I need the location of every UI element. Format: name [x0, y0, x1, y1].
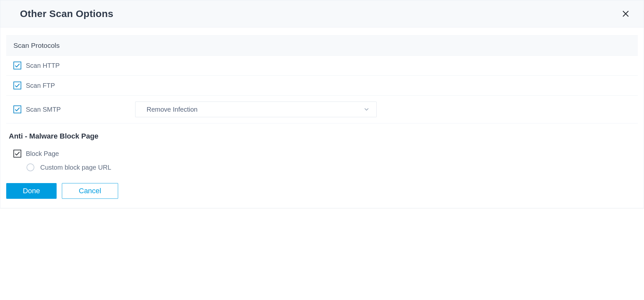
- checkbox-scan-smtp[interactable]: [13, 105, 21, 113]
- label-block-page: Block Page: [26, 150, 59, 158]
- close-icon: [621, 9, 630, 18]
- row-scan-ftp: Scan FTP: [6, 76, 638, 96]
- check-icon: [14, 83, 20, 88]
- row-scan-smtp: Scan SMTP Remove Infection: [6, 96, 638, 123]
- label-scan-ftp: Scan FTP: [26, 82, 55, 89]
- select-smtp-action[interactable]: Remove Infection: [135, 102, 377, 117]
- panel-body: Scan Protocols Scan HTTP Scan FTP: [0, 28, 644, 176]
- check-icon: [14, 63, 20, 68]
- label-scan-http: Scan HTTP: [26, 62, 60, 69]
- close-button[interactable]: [619, 8, 632, 20]
- label-custom-block-page-url: Custom block page URL: [40, 164, 111, 171]
- radio-custom-block-page-url[interactable]: [27, 163, 34, 171]
- panel-header: Other Scan Options: [0, 0, 644, 28]
- panel-footer: Done Cancel: [0, 176, 644, 208]
- section-header-anti-malware: Anti - Malware Block Page: [6, 123, 638, 144]
- cancel-button[interactable]: Cancel: [62, 183, 118, 199]
- panel-title: Other Scan Options: [20, 8, 113, 19]
- select-smtp-action-value: Remove Infection: [147, 106, 198, 113]
- chevron-down-icon: [363, 106, 370, 113]
- check-icon: [14, 106, 20, 112]
- done-button[interactable]: Done: [6, 183, 57, 199]
- row-scan-http: Scan HTTP: [6, 56, 638, 76]
- row-block-page: Block Page: [6, 144, 638, 159]
- section-header-scan-protocols: Scan Protocols: [6, 35, 638, 56]
- row-custom-block-page-url: Custom block page URL: [6, 159, 638, 176]
- scan-options-panel: Other Scan Options Scan Protocols Scan H…: [0, 0, 644, 208]
- checkbox-block-page[interactable]: [13, 150, 21, 158]
- checkbox-scan-http[interactable]: [13, 62, 21, 69]
- checkbox-scan-ftp[interactable]: [13, 82, 21, 89]
- check-icon: [14, 151, 20, 157]
- label-scan-smtp: Scan SMTP: [26, 106, 131, 113]
